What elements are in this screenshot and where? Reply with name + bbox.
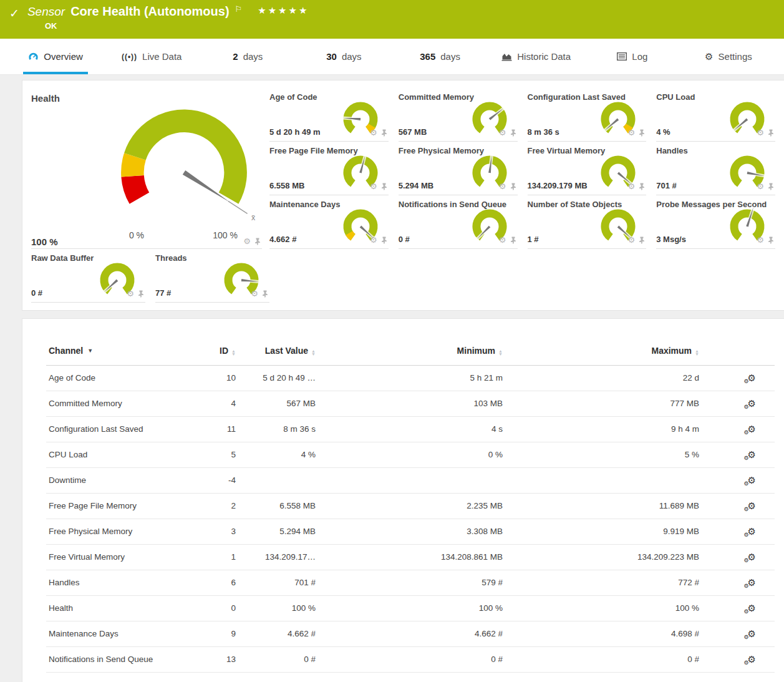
column-header-minimum[interactable]: Minimum▲▼ [318,336,505,365]
channel-settings-icon[interactable]: ⚙⚙ [748,654,756,665]
sort-icon: ▲▼ [231,349,236,356]
channel-settings-icon[interactable]: ⚙⚙ [748,526,756,537]
channel-row-downtime[interactable]: Downtime-4⚙⚙ [46,467,775,493]
channel-row-free-physical-memory[interactable]: Free Physical Memory35.294 MB3.308 MB9.9… [46,519,775,544]
gauge-settings-icon[interactable]: ⚙ [499,236,506,244]
gauge-tile-threads[interactable]: Threads77 #⚙ [155,249,269,303]
gauge-settings-icon[interactable]: ⚙ [243,238,251,245]
gauge-settings-icon[interactable]: ⚙ [370,183,377,190]
gauge-settings-icon[interactable]: ⚙ [628,129,636,137]
gauge-pin-icon[interactable] [262,290,268,298]
channel-row-free-virtual-memory[interactable]: Free Virtual Memory1134.209.17…134.208.8… [46,544,775,570]
tab-bar: Overview((•))Live Data2days30days365days… [0,39,784,75]
gauge-pin-icon[interactable] [510,236,516,244]
gauge-tile-notifications-in-send-queue[interactable]: Notifications in Send Queue0 #⚙ [399,195,518,249]
gauge-pin-icon[interactable] [254,238,261,245]
gauge-pin-icon[interactable] [639,236,645,244]
pin-icon [768,129,774,137]
gauge-tile-number-of-state-objects[interactable]: Number of State Objects1 #⚙ [528,195,647,249]
gauge-tile-configuration-last-saved[interactable]: Configuration Last Saved8 m 36 s⚙ [528,88,647,142]
page: ✓ Sensor Core Health (Autonomous) ⚐ ★★★★… [0,0,784,682]
gauge-pin-icon[interactable] [381,129,387,137]
health-gauge-svg: x̄ [103,102,265,225]
gauge-tile-handles[interactable]: Handles701 #⚙ [656,142,775,195]
gauge-pin-icon[interactable] [639,183,645,190]
flag-icon[interactable]: ⚐ [235,4,243,14]
gauge-settings-icon[interactable]: ⚙ [757,129,764,137]
gauge-pin-icon[interactable] [768,183,774,190]
column-header-id[interactable]: ID▲▼ [202,336,238,365]
gauge-settings-icon[interactable]: ⚙ [370,129,377,137]
gauge-pin-icon[interactable] [639,129,645,137]
gauge-settings-icon[interactable]: ⚙ [499,129,506,137]
gauge-tile-cpu-load[interactable]: CPU Load4 %⚙ [656,88,775,142]
channel-settings-icon[interactable]: ⚙⚙ [748,603,756,614]
pin-icon [381,129,387,137]
channel-row-free-page-file-memory[interactable]: Free Page File Memory26.558 MB2.235 MB11… [46,493,775,519]
cell-id: 3 [202,519,238,544]
channel-settings-icon[interactable]: ⚙⚙ [748,577,756,588]
tab-live-data[interactable]: ((•))Live Data [104,39,200,74]
gauge-tile-free-page-file-memory[interactable]: Free Page File Memory6.558 MB⚙ [269,142,389,195]
gauge-actions: ⚙ [499,129,516,137]
cell-maximum [505,467,702,493]
gauge-pin-icon[interactable] [768,236,774,244]
gauge-settings-icon[interactable]: ⚙ [127,290,134,298]
channel-settings-icon[interactable]: ⚙⚙ [748,373,756,384]
gauge-tile-raw-data-buffer[interactable]: Raw Data Buffer0 #⚙ [31,249,145,303]
channel-row-configuration-last-saved[interactable]: Configuration Last Saved118 m 36 s4 s9 h… [46,416,775,442]
gauge-actions: ⚙ [757,129,774,137]
health-gauge-tile[interactable]: Health x̄ 0 % 100 % 100 % ⚙ [31,88,262,249]
tab-365-days[interactable]: 365days [392,39,488,74]
tab-settings[interactable]: ⚙Settings [680,39,777,74]
gauge-settings-icon[interactable]: ⚙ [757,236,764,244]
tab-30-days[interactable]: 30days [296,39,392,74]
channel-settings-icon[interactable]: ⚙⚙ [748,500,756,512]
gauge-settings-icon[interactable]: ⚙ [370,236,377,244]
gauge-settings-icon[interactable]: ⚙ [499,183,506,190]
gauge-settings-icon[interactable]: ⚙ [757,183,764,190]
gauge-settings-icon[interactable]: ⚙ [628,236,636,244]
gauge-tile-committed-memory[interactable]: Committed Memory567 MB⚙ [399,88,518,142]
tab-overview[interactable]: Overview [7,39,104,74]
gauge-settings-icon[interactable]: ⚙ [251,290,258,298]
channel-settings-icon[interactable]: ⚙⚙ [748,424,756,435]
channel-row-health[interactable]: Health0100 %100 %100 %⚙⚙ [46,595,775,621]
gauge-tile-free-virtual-memory[interactable]: Free Virtual Memory134.209.179 MB⚙ [528,142,647,195]
channel-row-committed-memory[interactable]: Committed Memory4567 MB103 MB777 MB⚙⚙ [46,391,775,416]
priority-stars-icon[interactable]: ★★★★★ [258,5,309,16]
gauge-pin-icon[interactable] [381,236,387,244]
sensor-titles: Sensor Core Health (Autonomous) ⚐ ★★★★★ … [27,4,309,31]
column-header-last-value[interactable]: Last Value▲▼ [238,336,318,365]
channel-row-cpu-load[interactable]: CPU Load54 %0 %5 %⚙⚙ [46,442,775,467]
channel-settings-icon[interactable]: ⚙⚙ [748,475,756,486]
channel-settings-icon[interactable]: ⚙⚙ [748,552,756,563]
channel-settings-icon[interactable]: ⚙⚙ [748,628,756,640]
status-badge: OK [45,21,309,31]
channel-row-maintenance-days[interactable]: Maintenance Days94.662 #4.662 #4.698 #⚙⚙ [46,621,775,646]
tab-2-days[interactable]: 2days [200,39,296,74]
channel-row-notifications-in-send-queue[interactable]: Notifications in Send Queue130 #0 #0 #⚙⚙ [46,646,775,672]
tab-log[interactable]: Log [584,39,680,74]
gauge-pin-icon[interactable] [510,183,516,190]
gauge-pin-icon[interactable] [510,129,516,137]
gauge-pin-icon[interactable] [381,183,387,190]
gauge-pin-icon[interactable] [138,290,144,298]
channel-row-age-of-code[interactable]: Age of Code105 d 20 h 49 …5 h 21 m22 d⚙⚙ [46,365,775,391]
pin-icon [639,236,645,244]
channel-row-handles[interactable]: Handles6701 #579 #772 #⚙⚙ [46,570,775,595]
cell-id: 10 [202,365,238,391]
main-content: Health x̄ 0 % 100 % 100 % ⚙ Age of Code5… [0,75,784,682]
gauge-tile-free-physical-memory[interactable]: Free Physical Memory5.294 MB⚙ [399,142,518,195]
tab-historic-data[interactable]: Historic Data [488,39,584,74]
gauge-tile-age-of-code[interactable]: Age of Code5 d 20 h 49 m⚙ [269,88,389,142]
gauge-pin-icon[interactable] [768,129,774,137]
gauge-settings-icon[interactable]: ⚙ [628,183,636,190]
column-header-channel[interactable]: Channel▼ [46,336,202,365]
channel-settings-icon[interactable]: ⚙⚙ [748,398,756,409]
gauge-tile-probe-messages-per-second[interactable]: Probe Messages per Second3 Msg/s⚙ [656,195,775,249]
gauge-tile-maintenance-days[interactable]: Maintenance Days4.662 #⚙ [269,195,389,249]
channel-settings-icon[interactable]: ⚙⚙ [748,449,756,460]
column-header-maximum[interactable]: Maximum▲▼ [505,336,702,365]
tab-label: Overview [44,51,83,62]
